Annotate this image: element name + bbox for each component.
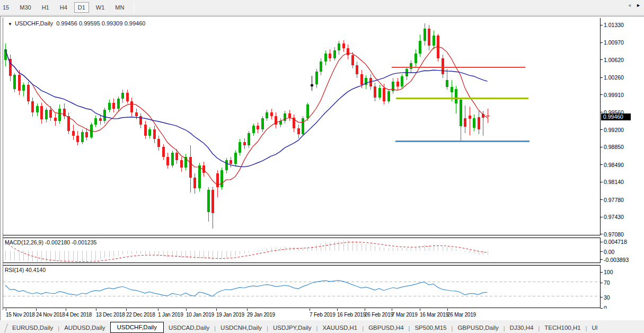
candle-body: [72, 131, 75, 136]
macd-pane[interactable]: MACD(12,26,9) -0.002180 -0.001235: [3, 238, 601, 263]
candle-body: [266, 112, 268, 118]
candle-body: [94, 118, 97, 124]
chart-title: ▼USDCHF,Daily 0.99456 0.99595 0.99309 0.…: [8, 20, 145, 27]
time-axis-tick: [126, 309, 127, 311]
chart-tab-usdcnh[interactable]: USDCNH,Daily: [216, 323, 267, 333]
time-axis-tick: [337, 309, 338, 311]
price-axis[interactable]: 1.013301.009701.006201.002600.999100.995…: [601, 18, 644, 308]
price-axis-label: 1.00970: [604, 39, 624, 46]
candle-body: [18, 75, 21, 91]
candle-body: [342, 43, 345, 48]
rsi-pane[interactable]: RSI(14) 40.4140: [3, 265, 601, 308]
ohlc-close: 0.99460: [125, 20, 146, 27]
chart-tab-ul[interactable]: Ul: [587, 323, 602, 333]
candle-body: [338, 43, 340, 50]
candle-body: [198, 165, 201, 189]
time-axis-label: 4 Dec 2018: [66, 312, 92, 318]
price-axis-label: 0.97780: [604, 197, 624, 203]
candle-body: [464, 118, 466, 127]
candle-body: [306, 104, 309, 118]
time-axis-label: 10 Jan 2019: [186, 312, 214, 318]
candle-body: [175, 153, 178, 160]
timeframe-button-h4[interactable]: H4: [56, 2, 71, 13]
candle-body: [27, 85, 30, 101]
candle-body: [85, 132, 88, 137]
candle-body: [460, 100, 462, 126]
candle-body: [378, 88, 381, 98]
candle-body: [13, 75, 16, 89]
time-axis-label: 16 Mar 2019: [420, 312, 448, 318]
candlestick-chart: [3, 18, 600, 234]
macd-label: MACD(12,26,9) -0.002180 -0.001235: [5, 239, 96, 246]
candle-body: [135, 112, 138, 116]
chart-tab-gbpusd[interactable]: GBPUSD,Daily: [453, 323, 503, 333]
time-axis-tick: [36, 309, 37, 311]
candle-body: [270, 112, 273, 116]
candle-body: [347, 48, 349, 55]
timeframe-button-m30[interactable]: M30: [16, 2, 34, 13]
candle-body: [99, 118, 102, 121]
candle-body: [153, 129, 156, 139]
price-axis-tick: [601, 59, 603, 60]
chart-tab-tech100[interactable]: TECH100,H1: [540, 323, 585, 333]
candle-body: [288, 113, 291, 117]
candle-body: [261, 118, 264, 129]
candle-body: [396, 82, 399, 86]
time-axis-label: 26 Mar 2019: [447, 312, 476, 318]
tab-scroll-right-icon[interactable]: ►: [636, 3, 644, 8]
chart-tab-sp500[interactable]: SP500,M15: [410, 323, 451, 333]
candle-body: [148, 129, 151, 136]
candle-body: [320, 62, 322, 72]
current-price-tag: 0.99460: [601, 113, 631, 120]
candle-body: [54, 118, 57, 121]
time-axis-tick: [216, 309, 217, 311]
chart-tab-audusd[interactable]: AUDUSD,Daily: [59, 323, 110, 333]
candle-body: [392, 82, 394, 92]
time-axis-label: 13 Dec 2018: [96, 312, 125, 318]
candle-body: [166, 157, 169, 165]
timeframe-button-15[interactable]: 15: [0, 2, 13, 13]
chart-dropdown-icon: ▼: [8, 22, 12, 27]
chart-tab-xauusd[interactable]: XAUUSD,H1: [317, 323, 362, 333]
candle-body: [329, 54, 331, 58]
candle-body: [351, 55, 354, 65]
chart-tab-gbpusd[interactable]: GBPUSD,H4: [364, 323, 408, 333]
candle-body: [225, 160, 228, 170]
candle-body: [144, 125, 147, 136]
chart-tab-usdcad[interactable]: USDCAD,Daily: [164, 323, 214, 333]
chart-tab-eurusd[interactable]: EURUSD,Daily: [7, 323, 58, 333]
toolbar-separator: [134, 2, 134, 13]
rsi-axis-label: 100: [604, 269, 613, 275]
macd-axis-label: 0.00: [604, 249, 614, 255]
chart-tab-usdchf[interactable]: USDCHF,Daily: [110, 322, 164, 333]
chart-tab-dj30[interactable]: DJ30,H4: [505, 323, 539, 333]
price-axis-label: 1.01330: [604, 22, 624, 28]
timeframe-button-w1[interactable]: W1: [92, 2, 109, 13]
price-axis-tick: [601, 129, 603, 130]
candle-body: [40, 106, 43, 119]
candle-body: [414, 54, 417, 64]
timeframe-button-mn[interactable]: MN: [111, 2, 128, 13]
ohlc-open: 0.99456: [56, 20, 77, 27]
candle-body: [22, 85, 25, 91]
price-axis-tick: [601, 25, 603, 25]
candle-body: [31, 101, 34, 112]
main-chart-pane[interactable]: ▼USDCHF,Daily 0.99456 0.99595 0.99309 0.…: [3, 18, 601, 235]
tab-scroll-left-icon[interactable]: ◄: [627, 3, 636, 8]
candle-body: [374, 86, 376, 98]
price-axis-tick: [601, 182, 603, 182]
timeframe-button-d1[interactable]: D1: [74, 2, 89, 13]
price-axis-label: 0.99200: [604, 127, 624, 133]
candle-body: [193, 178, 196, 188]
tab-stub: [0, 323, 8, 333]
time-axis-tick: [66, 309, 66, 311]
time-axis[interactable]: 15 Nov 201824 Nov 20184 Dec 201813 Dec 2…: [3, 309, 644, 320]
timeframe-button-h1[interactable]: H1: [38, 2, 53, 13]
price-axis-label: 1.00260: [604, 74, 624, 81]
chart-tab-usdjpy[interactable]: USDJPY,Daily: [268, 323, 316, 333]
price-axis-label: 0.98850: [604, 144, 624, 150]
time-axis-label: 7 Mar 2019: [392, 312, 418, 318]
candle-body: [315, 72, 318, 84]
time-axis-label: 26 Feb 2019: [365, 312, 393, 318]
price-axis-tick: [601, 164, 603, 165]
